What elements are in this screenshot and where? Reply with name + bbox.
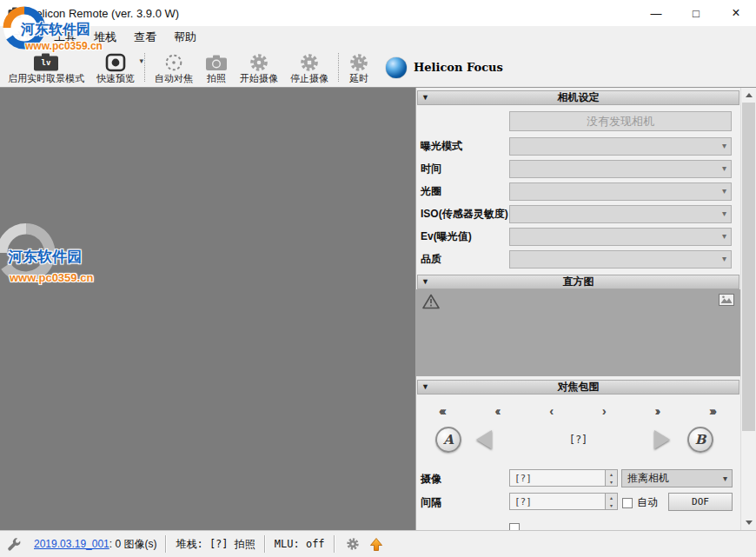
camera-settings-header[interactable]: ▼ 相机设定 bbox=[417, 90, 739, 105]
quick-preview-dropdown-icon[interactable]: ▾ bbox=[139, 56, 143, 65]
titlebar: Helicon Remote (ver. 3.9.0 W) — □ × bbox=[0, 0, 756, 26]
scroll-up-button[interactable] bbox=[741, 88, 756, 103]
focus-bracketing-header[interactable]: ▼ 对焦包围 bbox=[417, 380, 739, 395]
spin-down-icon[interactable]: ▾ bbox=[606, 478, 617, 486]
auto-checkbox[interactable] bbox=[622, 498, 633, 508]
chevron-down-icon: ▾ bbox=[722, 141, 726, 150]
iso-label: ISO(传感器灵敏度) bbox=[421, 207, 508, 222]
dof-button[interactable]: DOF bbox=[668, 493, 733, 511]
start-video-label: 开始摄像 bbox=[240, 73, 278, 84]
chevron-down-icon: ▾ bbox=[723, 474, 727, 483]
stack-status: 堆栈: [?] 拍照 bbox=[176, 537, 255, 552]
minimize-button[interactable]: — bbox=[636, 0, 676, 26]
focus-step-right-icon[interactable]: › bbox=[602, 403, 607, 419]
field-row-ev: Ev(曝光值) ▾ bbox=[416, 228, 740, 246]
timelapse-gear-clock-icon bbox=[348, 51, 369, 73]
helicon-focus-label: Helicon Focus bbox=[414, 61, 503, 74]
warning-icon bbox=[422, 294, 440, 313]
menu-help[interactable]: 帮助 bbox=[165, 27, 205, 48]
status-separator bbox=[165, 535, 167, 553]
helicon-focus-button[interactable]: Helicon Focus bbox=[375, 49, 514, 86]
clipped-checkbox[interactable] bbox=[509, 523, 520, 530]
spin-up-icon[interactable]: ▴ bbox=[606, 470, 617, 478]
live-view-label: 启用实时取景模式 bbox=[8, 73, 84, 84]
panel-scrollbar[interactable] bbox=[740, 88, 756, 530]
autofocus-icon bbox=[163, 51, 184, 73]
start-video-button[interactable]: 开始摄像 bbox=[234, 49, 284, 86]
focus-jump-end-icon[interactable]: ››› bbox=[709, 403, 718, 419]
stepper-buttons: ▴ ▾ bbox=[605, 470, 617, 486]
watermark-middle: 河东软件园 www.pc0359.cn bbox=[3, 224, 121, 295]
focus-nav-row: ‹‹‹ ‹‹ ‹ › ›› ››› bbox=[416, 400, 740, 422]
wrench-icon[interactable] bbox=[7, 537, 22, 552]
close-button[interactable]: × bbox=[716, 0, 756, 26]
histogram-header[interactable]: ▼ 直方图 bbox=[417, 275, 739, 289]
menu-tools[interactable]: 工具 bbox=[45, 27, 85, 48]
helicon-focus-globe-icon bbox=[386, 57, 407, 78]
maximize-button[interactable]: □ bbox=[676, 0, 716, 26]
menu-view[interactable]: 查看 bbox=[125, 27, 165, 48]
quick-preview-button[interactable]: ▾ 快速预览 bbox=[90, 49, 141, 86]
interval-value: [?] bbox=[514, 496, 532, 507]
collapse-triangle-icon[interactable]: ▼ bbox=[421, 93, 429, 102]
collapse-triangle-icon[interactable]: ▼ bbox=[421, 382, 429, 391]
field-row-quality: 品质 ▾ bbox=[416, 250, 740, 269]
shots-row: 摄像 [?] ▴ ▾ 推离相机 ▾ bbox=[416, 469, 740, 488]
interval-stepper[interactable]: [?] ▴ ▾ bbox=[509, 493, 618, 510]
upload-arrow-icon[interactable] bbox=[368, 537, 384, 552]
session-folder-link[interactable]: 2019.03.19_001 bbox=[34, 538, 109, 550]
toolbar-separator bbox=[338, 53, 339, 82]
menu-stack[interactable]: 堆栈 bbox=[85, 27, 125, 48]
stop-video-label: 停止摄像 bbox=[290, 73, 328, 84]
watermark-site-url: www.pc0359.cn bbox=[10, 271, 93, 284]
shots-value: [?] bbox=[514, 473, 532, 484]
quick-preview-label: 快速预览 bbox=[96, 73, 135, 84]
chevron-down-icon: ▾ bbox=[722, 254, 726, 263]
scroll-down-button[interactable] bbox=[741, 515, 756, 530]
app-window: Helicon Remote (ver. 3.9.0 W) — □ × 文件 工… bbox=[0, 0, 756, 557]
app-camera-icon bbox=[8, 7, 22, 19]
autofocus-label: 自动对焦 bbox=[155, 73, 193, 84]
focus-direction-select[interactable]: 推离相机 ▾ bbox=[621, 469, 733, 487]
field-row-time: 时间 ▾ bbox=[416, 160, 740, 178]
focus-big-step-left-icon[interactable]: ‹‹ bbox=[495, 403, 502, 419]
timelapse-button[interactable]: 延时 bbox=[342, 49, 375, 86]
window-title: Helicon Remote (ver. 3.9.0 W) bbox=[28, 7, 179, 20]
session-info: 2019.03.19_001: 0 图像(s) bbox=[34, 537, 156, 552]
interval-label: 间隔 bbox=[421, 495, 441, 510]
toolbar: lv 启用实时取景模式 ▾ 快速预览 自动对焦 拍照 bbox=[0, 48, 756, 88]
settings-gear-icon[interactable] bbox=[346, 537, 360, 551]
session-image-count: : 0 图像(s) bbox=[109, 538, 157, 550]
mlu-status: MLU: off bbox=[275, 538, 325, 550]
focus-jump-start-icon[interactable]: ‹‹‹ bbox=[439, 403, 448, 419]
live-view-viewport: 河东软件园 www.pc0359.cn bbox=[0, 88, 415, 530]
focus-step-left-icon[interactable]: ‹ bbox=[549, 403, 554, 419]
auto-checkbox-group: 自动 bbox=[622, 495, 658, 510]
stop-video-button[interactable]: 停止摄像 bbox=[284, 49, 335, 86]
live-view-button[interactable]: lv 启用实时取景模式 bbox=[2, 49, 90, 86]
scrollbar-thumb[interactable] bbox=[742, 103, 755, 431]
move-right-arrow-icon[interactable] bbox=[654, 430, 670, 449]
ev-select: ▾ bbox=[509, 228, 732, 246]
spin-down-icon[interactable]: ▾ bbox=[606, 501, 617, 509]
shots-stepper[interactable]: [?] ▴ ▾ bbox=[509, 469, 618, 487]
menu-file[interactable]: 文件 bbox=[5, 27, 45, 48]
collapse-triangle-icon[interactable]: ▼ bbox=[421, 277, 429, 286]
ev-label: Ev(曝光值) bbox=[421, 229, 472, 244]
point-b-button[interactable]: B bbox=[687, 427, 713, 453]
focus-ab-row: A [?] B bbox=[416, 424, 740, 457]
auto-checkbox-label: 自动 bbox=[637, 495, 658, 510]
image-icon[interactable] bbox=[719, 294, 734, 309]
lv-badge: lv bbox=[33, 58, 59, 67]
chevron-down-icon: ▾ bbox=[722, 209, 726, 218]
autofocus-button[interactable]: 自动对焦 bbox=[149, 49, 199, 86]
exposure-mode-label: 曝光模式 bbox=[421, 139, 462, 154]
histogram-title: 直方图 bbox=[563, 275, 594, 289]
no-camera-button: 没有发现相机 bbox=[509, 111, 732, 131]
spin-up-icon[interactable]: ▴ bbox=[606, 494, 617, 501]
photo-camera-icon bbox=[205, 51, 228, 73]
focus-big-step-right-icon[interactable]: ›› bbox=[654, 403, 661, 419]
field-row-exposure-mode: 曝光模式 ▾ bbox=[416, 137, 740, 156]
aperture-label: 光圈 bbox=[421, 184, 441, 199]
shoot-button[interactable]: 拍照 bbox=[199, 49, 234, 86]
